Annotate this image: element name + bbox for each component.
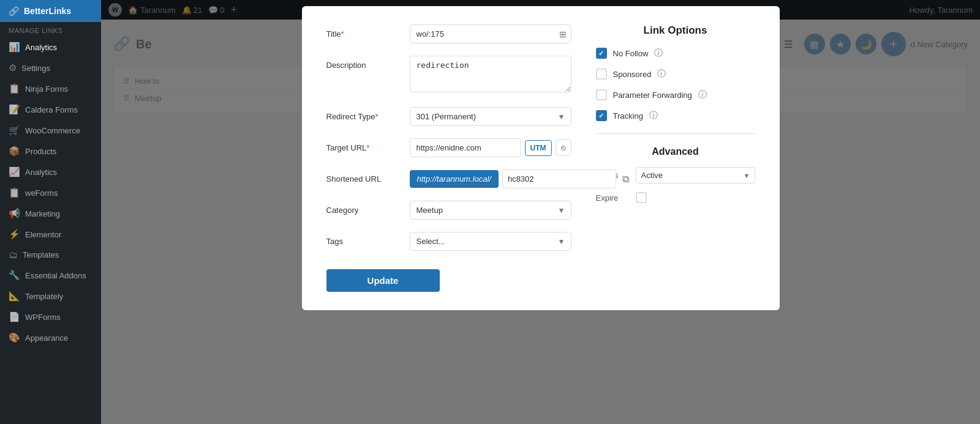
title-row: Title* ⊞ — [326, 24, 571, 43]
sidebar-item-analytics[interactable]: 📈 Analytics — [0, 162, 101, 182]
title-label: Title* — [326, 24, 400, 39]
appearance-icon: 🎨 — [9, 332, 20, 343]
parameter-forwarding-row: Parameter Forwarding ⓘ — [596, 89, 755, 100]
form-section: Title* ⊞ Description redirection — [326, 24, 571, 292]
parameter-forwarding-checkbox[interactable] — [596, 89, 607, 100]
redirect-type-row: Redirect Type* 301 (Permanent) 302 (Temp… — [326, 107, 571, 126]
sidebar-item-marketing[interactable]: 📢 Marketing — [0, 203, 101, 224]
sidebar-item-templates[interactable]: 🗂 Templates — [0, 245, 101, 265]
weforms-icon: 📋 — [9, 187, 20, 198]
sidebar-item-label: Templately — [25, 292, 63, 301]
no-follow-row: No Follow ⓘ — [596, 48, 755, 59]
expire-row: Expire — [596, 192, 755, 203]
marketing-icon: 📢 — [9, 208, 20, 219]
target-url-input[interactable] — [410, 138, 521, 157]
sidebar-item-label: Marketing — [25, 209, 60, 218]
sidebar-brand[interactable]: 🔗 BetterLinks — [0, 0, 101, 22]
woocommerce-icon: 🛒 — [9, 125, 20, 136]
description-row: Description redirection — [326, 56, 571, 95]
sidebar-item-analytics-top[interactable]: 📊 Analytics — [0, 37, 101, 58]
no-follow-label: No Follow — [613, 49, 649, 58]
status-select[interactable]: Active Inactive — [636, 167, 755, 184]
sidebar-item-label: Analytics — [25, 168, 57, 177]
category-label: Category — [326, 201, 400, 215]
sidebar-item-wpforms[interactable]: 📄 WPForms — [0, 307, 101, 327]
sidebar-item-label: WooCommerce — [25, 126, 80, 135]
tags-select[interactable]: Select... — [410, 232, 571, 251]
shortened-base: http://tarannum.local/ — [410, 170, 499, 188]
category-row: Category Meetup How to Uncategorized ▼ — [326, 201, 571, 220]
products-icon: 📦 — [9, 146, 20, 157]
sponsored-row: Sponsored ⓘ — [596, 69, 755, 80]
expire-checkbox[interactable] — [636, 192, 647, 203]
tags-wrapper: Select... ▼ — [410, 232, 571, 251]
shortened-slug-input[interactable] — [502, 169, 616, 188]
sidebar-item-label: Settings — [21, 64, 50, 73]
update-button[interactable]: Update — [326, 269, 440, 292]
sidebar-item-label: Products — [25, 147, 56, 156]
parameter-forwarding-info-icon: ⓘ — [698, 89, 707, 100]
parameter-forwarding-label: Parameter Forwarding — [613, 91, 692, 100]
analytics2-icon: 📈 — [9, 166, 20, 177]
sidebar-item-label: Essential Addons — [25, 271, 86, 280]
sidebar-item-templately[interactable]: 📐 Templately — [0, 286, 101, 307]
target-url-label: Target URL* — [326, 138, 400, 152]
sidebar-item-essential-addons[interactable]: 🔧 Essential Addons — [0, 265, 101, 286]
betterlinks-icon: 🔗 — [9, 6, 19, 16]
sidebar-item-settings[interactable]: ⚙ Settings — [0, 58, 101, 78]
tracking-checkbox[interactable] — [596, 110, 607, 121]
tracking-label: Tracking — [613, 111, 643, 121]
status-wrapper: Active Inactive ▼ — [636, 167, 755, 184]
share-button[interactable]: ⎋ — [556, 139, 571, 156]
templately-icon: 📐 — [9, 291, 20, 302]
sponsored-checkbox[interactable] — [596, 69, 607, 80]
templates-icon: 🗂 — [9, 250, 18, 260]
no-follow-checkbox[interactable] — [596, 48, 607, 59]
title-icon: ⊞ — [559, 29, 567, 39]
sidebar-item-caldera-forms[interactable]: 📝 Caldera Forms — [0, 99, 101, 120]
sidebar-item-appearance[interactable]: 🎨 Appearance — [0, 327, 101, 348]
copy-button[interactable]: ⧉ — [620, 171, 631, 187]
shortened-url-wrapper: http://tarannum.local/ ⧉ — [410, 169, 571, 188]
options-section: Link Options No Follow ⓘ Sponsored ⓘ — [596, 24, 755, 292]
modal-overlay: Title* ⊞ Description redirection — [101, 0, 980, 424]
redirect-type-label: Redirect Type* — [326, 107, 400, 121]
target-url-row: Target URL* UTM ⎋ — [326, 138, 571, 157]
link-options-title: Link Options — [596, 24, 755, 37]
utm-button[interactable]: UTM — [525, 140, 552, 156]
sidebar-item-woocommerce[interactable]: 🛒 WooCommerce — [0, 120, 101, 141]
sidebar-item-label: WPForms — [25, 313, 61, 322]
sidebar-item-label: Analytics — [25, 43, 57, 52]
sidebar-item-weforms[interactable]: 📋 weForms — [0, 182, 101, 203]
redirect-type-wrapper: 301 (Permanent) 302 (Temporary) 307 (Tem… — [410, 107, 571, 126]
category-wrapper: Meetup How to Uncategorized ▼ — [410, 201, 571, 220]
analytics-icon: 📊 — [9, 42, 20, 53]
ninja-forms-icon: 📋 — [9, 83, 20, 94]
tracking-row: Tracking ⓘ — [596, 110, 755, 121]
shortened-url-row: Shortened URL http://tarannum.local/ ⧉ — [326, 169, 571, 188]
category-select[interactable]: Meetup How to Uncategorized — [410, 201, 571, 220]
settings-icon: ⚙ — [9, 62, 17, 73]
expire-label: Expire — [596, 193, 630, 203]
redirect-type-select[interactable]: 301 (Permanent) 302 (Temporary) 307 (Tem… — [410, 107, 571, 126]
sidebar-item-label: Appearance — [25, 333, 68, 343]
sidebar-item-label: Templates — [23, 250, 59, 259]
description-textarea[interactable]: redirection — [410, 56, 571, 92]
sponsored-info-icon: ⓘ — [657, 69, 666, 80]
tags-row: Tags Select... ▼ — [326, 232, 571, 251]
modal: Title* ⊞ Description redirection — [302, 6, 780, 310]
shortened-url-label: Shortened URL — [326, 169, 400, 184]
sidebar-item-elementor[interactable]: ⚡ Elementor — [0, 224, 101, 245]
elementor-icon: ⚡ — [9, 229, 20, 240]
sidebar-item-label: Ninja Forms — [25, 84, 68, 94]
tracking-info-icon: ⓘ — [649, 110, 658, 121]
sponsored-label: Sponsored — [613, 70, 652, 79]
sidebar-item-products[interactable]: 📦 Products — [0, 141, 101, 162]
title-input[interactable] — [410, 24, 571, 43]
tags-label: Tags — [326, 232, 400, 246]
description-label: Description — [326, 56, 400, 70]
no-follow-info-icon: ⓘ — [654, 48, 663, 59]
sidebar-item-label: weForms — [25, 188, 58, 198]
caldera-forms-icon: 📝 — [9, 104, 20, 115]
sidebar-item-ninja-forms[interactable]: 📋 Ninja Forms — [0, 78, 101, 99]
